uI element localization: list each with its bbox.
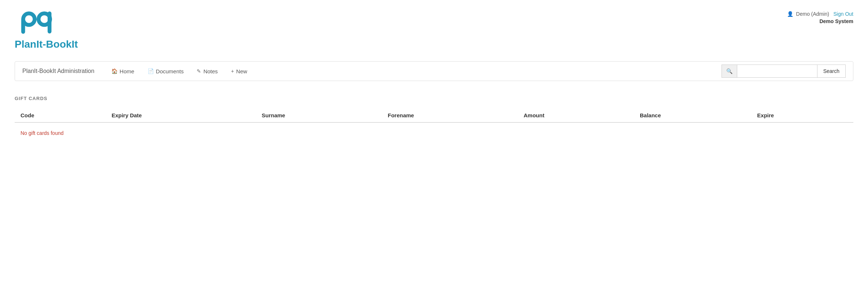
logo-text: PlanIt-BookIt <box>15 38 78 50</box>
col-expire: Expire <box>751 109 853 122</box>
table-header-row: Code Expiry Date Surname Forename Amount… <box>15 109 853 122</box>
nav-item-notes[interactable]: ✎ Notes <box>191 65 223 77</box>
home-icon: 🏠 <box>111 68 118 74</box>
search-input[interactable] <box>737 65 817 78</box>
logo-icon <box>15 7 59 40</box>
sign-out-link[interactable]: Sign Out <box>834 11 853 17</box>
col-expiry-date: Expiry Date <box>106 109 256 122</box>
gift-cards-table: Code Expiry Date Surname Forename Amount… <box>15 109 853 123</box>
page-header: PlanIt-BookIt 👤 Demo (Admin) Sign Out De… <box>0 0 868 54</box>
nav-item-documents[interactable]: 📄 Documents <box>142 65 190 77</box>
user-info: 👤 Demo (Admin) Sign Out <box>787 11 853 17</box>
svg-rect-2 <box>21 19 25 34</box>
search-icon-button[interactable]: 🔍 <box>722 65 737 78</box>
nav-item-home-label: Home <box>120 68 134 74</box>
pencil-icon: ✎ <box>197 68 201 74</box>
col-amount: Amount <box>518 109 634 122</box>
search-icon: 🔍 <box>726 68 732 74</box>
nav-item-new[interactable]: + New <box>225 65 253 77</box>
svg-point-1 <box>25 15 33 23</box>
search-submit-button[interactable]: Search <box>817 65 846 78</box>
nav-item-notes-label: Notes <box>203 68 218 74</box>
user-icon: 👤 <box>787 11 793 17</box>
nav-item-new-label: New <box>236 68 247 74</box>
col-surname: Surname <box>256 109 382 122</box>
document-icon: 📄 <box>148 68 154 74</box>
navbar: PlanIt-BookIt Administration 🏠 Home 📄 Do… <box>15 61 853 81</box>
svg-rect-5 <box>48 11 52 33</box>
col-forename: Forename <box>382 109 518 122</box>
col-balance: Balance <box>634 109 751 122</box>
section-title: GIFT CARDS <box>15 96 853 101</box>
table-header: Code Expiry Date Surname Forename Amount… <box>15 109 853 122</box>
search-area: 🔍 Search <box>722 65 846 78</box>
svg-point-4 <box>41 15 48 23</box>
plus-icon: + <box>231 68 234 74</box>
nav-items: 🏠 Home 📄 Documents ✎ Notes + New <box>105 65 722 77</box>
user-area: 👤 Demo (Admin) Sign Out Demo System <box>787 7 853 24</box>
system-name: Demo System <box>787 18 853 24</box>
user-label: Demo (Admin) <box>796 11 829 17</box>
no-results-message: No gift cards found <box>15 123 853 143</box>
navbar-brand: PlanIt-BookIt Administration <box>22 68 94 74</box>
main-content: GIFT CARDS Code Expiry Date Surname Fore… <box>0 88 868 151</box>
nav-item-home[interactable]: 🏠 Home <box>105 65 140 77</box>
nav-item-documents-label: Documents <box>156 68 184 74</box>
logo-area: PlanIt-BookIt <box>15 7 78 50</box>
col-code: Code <box>15 109 106 122</box>
